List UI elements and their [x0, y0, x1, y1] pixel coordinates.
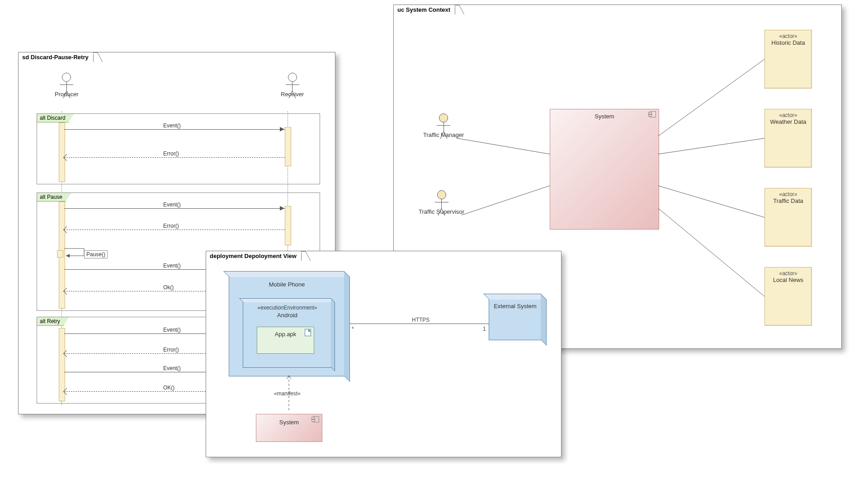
actor-stereo: «actor» — [765, 270, 811, 277]
mult-right: 1 — [483, 326, 486, 332]
activation — [285, 127, 291, 166]
fragment-label: alt Retry — [40, 318, 60, 324]
svg-line-4 — [658, 186, 764, 217]
lifeline-producer: Producer — [55, 73, 79, 98]
link-label: HTTPS — [412, 317, 429, 323]
lifeline-receiver: Receiver — [281, 73, 304, 98]
actor-label: Local News — [765, 277, 811, 283]
svg-line-5 — [658, 208, 764, 296]
message-label: Pause() — [84, 250, 108, 258]
activation — [285, 206, 291, 245]
deployment-title-tab: deployment Depoloyment View — [206, 251, 302, 261]
svg-marker-6 — [66, 254, 70, 258]
actor-stereo: «actor» — [765, 33, 811, 39]
svg-line-3 — [658, 138, 764, 154]
sequence-title-tab: sd Discard-Pause-Retry — [18, 52, 94, 62]
message-line — [64, 129, 285, 130]
message-line — [64, 157, 285, 158]
svg-line-2 — [658, 59, 764, 136]
svg-line-1 — [462, 186, 550, 215]
context-title: uc System Context — [397, 6, 450, 13]
actor-weather-data: «actor» Weather Data — [764, 109, 812, 168]
actor-stereo: «actor» — [765, 191, 811, 197]
sequence-title: sd Discard-Pause-Retry — [22, 54, 89, 61]
actor-label: Historic Data — [765, 39, 811, 46]
mobile-phone-node: Mobile Phone «executionEnvironment» Andr… — [229, 276, 345, 376]
actor-stereo: «actor» — [765, 112, 811, 118]
activation-inner — [57, 250, 63, 258]
message-label: Event() — [163, 202, 181, 208]
actor-historic-data: «actor» Historic Data — [764, 30, 812, 89]
fragment-label: alt Discard — [40, 115, 66, 121]
actor-traffic-data: «actor» Traffic Data — [764, 188, 812, 247]
message-label: Error() — [163, 347, 179, 353]
mult-left: * — [352, 326, 354, 332]
actor-label: Traffic Data — [765, 197, 811, 204]
message-label: Event() — [163, 365, 181, 371]
env-stereo: «executionEnvironment» — [257, 305, 317, 311]
message-line — [64, 208, 285, 209]
message-label: OK() — [163, 385, 175, 391]
actor-label: Weather Data — [765, 118, 811, 125]
phone-label: Mobile Phone — [269, 281, 305, 288]
deployment-title: deployment Depoloyment View — [210, 253, 297, 259]
message-label: Event() — [163, 122, 181, 129]
document-icon — [305, 329, 311, 336]
system-box: System — [550, 109, 659, 230]
system-comp-label: System — [279, 419, 299, 426]
deployment-panel: deployment Depoloyment View Mobile Phone… — [206, 251, 561, 457]
message-label: Ok() — [163, 284, 174, 291]
activation — [59, 122, 65, 182]
external-label: External System — [494, 303, 537, 310]
system-component: System — [256, 414, 322, 442]
external-system-node: External System — [489, 299, 542, 340]
svg-line-0 — [457, 138, 550, 154]
env-name: Android — [277, 312, 297, 319]
arrow-icon — [280, 206, 284, 211]
message-line — [64, 230, 285, 230]
fragment-label: alt Pause — [40, 194, 62, 200]
message-label: Error() — [163, 150, 179, 157]
manifest-label: «manifest» — [274, 390, 301, 397]
exec-env-node: «executionEnvironment» Android App.apk — [243, 301, 332, 368]
artifact-label: App.apk — [275, 331, 297, 338]
message-label: Error() — [163, 223, 179, 229]
artifact-apk: App.apk — [257, 327, 314, 354]
actor-traffic-supervisor: Traffic Supervisor — [419, 190, 464, 215]
https-link — [350, 324, 489, 324]
system-label: System — [594, 113, 614, 120]
context-title-tab: uc System Context — [393, 5, 455, 14]
arrow-icon — [280, 127, 284, 131]
message-label: Event() — [163, 327, 181, 333]
actor-local-news: «actor» Local News — [764, 267, 812, 326]
actor-traffic-manager: Traffic Manager — [423, 113, 464, 138]
message-label: Event() — [163, 263, 181, 269]
